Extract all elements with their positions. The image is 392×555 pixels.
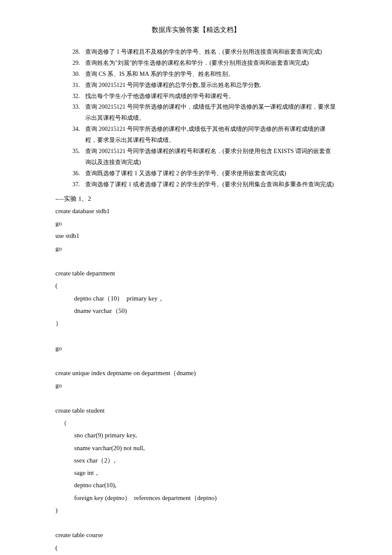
item-number: 35. xyxy=(72,146,85,168)
code-line: ) xyxy=(55,504,337,517)
item-text: 查询选修了 1 号课程且不及格的学生的学号、姓名．(要求分别用连接查询和嵌套查询… xyxy=(85,46,337,58)
list-item: 34.查询 200215121 号同学所选修的课程中,成绩低于其他有成绩的同学选… xyxy=(72,124,337,146)
list-item: 33.查询 200215121 号同学所选修的课程中，成绩低于其他同学选修的某一… xyxy=(72,101,337,124)
item-number: 37. xyxy=(72,179,85,190)
item-number: 28. xyxy=(72,46,85,58)
code-line: ssex char（2）, xyxy=(55,454,337,467)
list-item: 31.查询 200215121 号同学选修课程的总学分数,显示出姓名和总学分数. xyxy=(72,80,337,91)
item-text: 查询 200215121 号同学选修课程的课程号和课程名．(要求分别使用包含 E… xyxy=(85,146,337,168)
item-text: 查询 200215121 号同学所选修的课程中,成绩低于其他有成绩的同学选修的所… xyxy=(85,124,337,146)
code-line: ） xyxy=(55,317,337,330)
code-line: deptno char（10） primary key， xyxy=(55,292,337,305)
code-line: sname varchar(20) not null, xyxy=(55,442,337,454)
document-page: 数据库实验答案【精选文档】 28.查询选修了 1 号课程且不及格的学生的学号、姓… xyxy=(0,26,392,555)
code-line xyxy=(55,355,337,367)
item-number: 33. xyxy=(72,101,85,124)
item-text: 找出每个学生小于他选修课程平均成绩的学号和课程号。 xyxy=(85,91,337,102)
item-number: 34. xyxy=(72,124,85,146)
code-line: go xyxy=(55,342,337,355)
list-item: 28.查询选修了 1 号课程且不及格的学生的学号、姓名．(要求分别用连接查询和嵌… xyxy=(72,46,337,58)
list-item: 37.查询选修了课程 1 或者选修了课程 2 的学生的学号。(要求分别用集合查询… xyxy=(72,179,337,190)
sql-code-block: -—实验 1、2create database stdb1gouse stdb1… xyxy=(55,193,337,555)
code-line xyxy=(55,392,337,405)
code-line: create table department xyxy=(55,267,337,280)
code-line: ( xyxy=(55,280,337,292)
code-line: go xyxy=(55,243,337,255)
list-item: 29.查询姓名为"刘晨"的学生选修的课程名和学分．(要求分别用连接查询和嵌套查询… xyxy=(72,58,337,69)
code-line: （ xyxy=(55,417,337,429)
list-item: 36.查询既选修了课程 1 又选修了课程 2 的学生的学号。(要求使用嵌套查询完… xyxy=(72,168,337,179)
code-line: dname varchar（50) xyxy=(55,305,337,317)
item-number: 32. xyxy=(72,91,85,102)
question-list: 28.查询选修了 1 号课程且不及格的学生的学号、姓名．(要求分别用连接查询和嵌… xyxy=(55,46,337,190)
item-number: 29. xyxy=(72,58,85,69)
code-line xyxy=(55,255,337,267)
item-text: 查询姓名为"刘晨"的学生选修的课程名和学分．(要求分别用连接查询和嵌套查询完成) xyxy=(85,58,337,69)
code-line xyxy=(55,330,337,342)
item-number: 36. xyxy=(72,168,85,179)
code-line: create unique index deptname on departme… xyxy=(55,367,337,379)
item-number: 30. xyxy=(72,69,85,80)
code-line: deptno char(10), xyxy=(55,479,337,491)
code-line: go xyxy=(55,217,337,230)
list-item: 32.找出每个学生小于他选修课程平均成绩的学号和课程号。 xyxy=(72,91,337,102)
code-line: create table course xyxy=(55,529,337,541)
list-item: 35.查询 200215121 号同学选修课程的课程号和课程名．(要求分别使用包… xyxy=(72,146,337,168)
list-item: 30.查询 CS 系、IS 系和 MA 系的学生的学号、姓名和性别。 xyxy=(72,69,337,80)
page-title: 数据库实验答案【精选文档】 xyxy=(55,26,337,35)
code-line: use stdb1 xyxy=(55,230,337,242)
item-text: 查询 CS 系、IS 系和 MA 系的学生的学号、姓名和性别。 xyxy=(85,69,337,80)
code-line: create database stdb1 xyxy=(55,205,337,217)
item-number: 31. xyxy=(72,80,85,91)
item-text: 查询 200215121 号同学所选修的课程中，成绩低于其他同学选修的某一课程成… xyxy=(85,101,337,124)
code-line: go xyxy=(55,379,337,392)
item-text: 查询既选修了课程 1 又选修了课程 2 的学生的学号。(要求使用嵌套查询完成) xyxy=(85,168,337,179)
item-text: 查询 200215121 号同学选修课程的总学分数,显示出姓名和总学分数. xyxy=(85,80,337,91)
code-line xyxy=(55,517,337,529)
code-line: -—实验 1、2 xyxy=(55,193,337,205)
code-line: ( xyxy=(55,542,337,554)
code-line: foreign key (deptno） references departme… xyxy=(55,492,337,504)
item-text: 查询选修了课程 1 或者选修了课程 2 的学生的学号。(要求分别用集合查询和多重… xyxy=(85,179,337,190)
code-line: sno char(9) primary key, xyxy=(55,429,337,442)
code-line: create table student xyxy=(55,405,337,417)
code-line: sage int， xyxy=(55,467,337,479)
